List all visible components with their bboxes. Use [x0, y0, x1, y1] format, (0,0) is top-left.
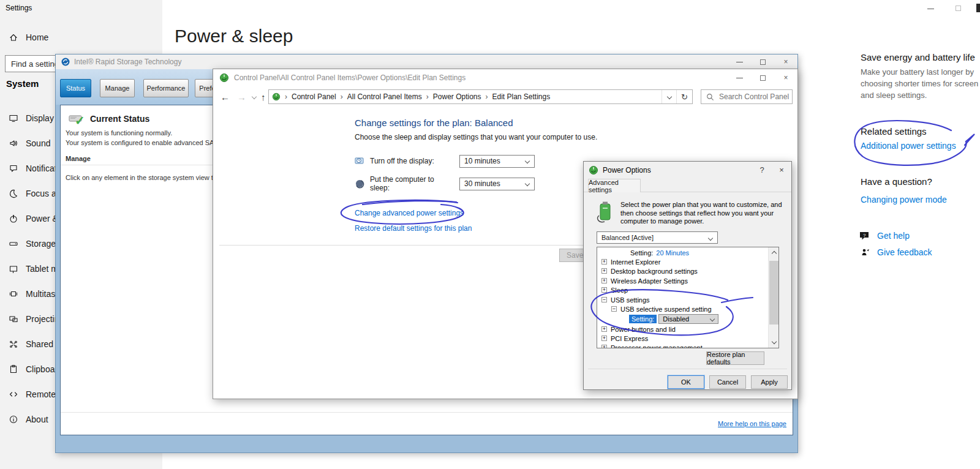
tab-advanced-settings[interactable]: Advanced settings — [588, 179, 641, 192]
power-options-titlebar[interactable]: Power Options ? × — [584, 162, 791, 178]
crumb-all-items[interactable]: All Control Panel Items — [347, 92, 422, 101]
scroll-down-icon[interactable] — [769, 337, 779, 348]
intel-rst-titlebar[interactable]: Intel® Rapid Storage Technology × — [56, 54, 797, 69]
change-advanced-power-settings-link[interactable]: Change advanced power settings — [355, 209, 464, 217]
give-feedback-link[interactable]: Give feedback — [877, 247, 980, 257]
minimize-button[interactable] — [927, 9, 934, 9]
chevron-down-icon — [710, 316, 715, 321]
expand-icon[interactable]: + — [601, 278, 607, 283]
sleep-timeout-label: Put the computer to sleep: — [370, 175, 445, 192]
tree-item[interactable]: +Wireless Adapter Settings — [597, 276, 768, 285]
additional-power-settings-link[interactable]: Additional power settings — [861, 141, 980, 151]
sleep-timeout-select[interactable]: 30 minutes — [459, 178, 535, 190]
tree-setting-row-selected[interactable]: Setting: Disabled — [597, 313, 768, 324]
crumb-control-panel[interactable]: Control Panel — [292, 92, 336, 101]
maximize-button[interactable] — [751, 54, 774, 69]
search-icon — [706, 93, 714, 101]
plan-subheading: Choose the sleep and display settings th… — [355, 133, 597, 141]
expand-icon[interactable]: + — [601, 287, 607, 293]
tree-item[interactable]: +Sleep — [597, 285, 768, 295]
power-options-icon — [589, 165, 598, 175]
maximize-button[interactable] — [751, 69, 774, 86]
divider — [588, 369, 787, 369]
changing-power-mode-link[interactable]: Changing power mode — [861, 195, 980, 204]
search-control-panel-input[interactable]: Search Control Panel — [701, 89, 793, 104]
up-icon[interactable]: ↑ — [261, 92, 266, 102]
tab-performance[interactable]: Performance — [143, 79, 189, 97]
tree-item[interactable]: +PCI Express — [597, 334, 768, 343]
sidebar-item-label: Home — [26, 32, 48, 42]
recent-pages-chevron-icon[interactable] — [252, 94, 257, 99]
sidebar-item-home[interactable]: Home — [0, 27, 162, 48]
display-timeout-row: Turn off the display: 10 minutes — [355, 154, 535, 168]
expand-icon[interactable]: + — [601, 336, 607, 341]
tab-manage[interactable]: Manage — [100, 79, 135, 97]
more-help-link[interactable]: More help on this page — [718, 420, 786, 427]
usb-suspend-select[interactable]: Disabled — [658, 314, 718, 324]
apply-button[interactable]: Apply — [751, 375, 788, 389]
divider — [61, 412, 793, 413]
expand-icon[interactable]: + — [601, 345, 607, 348]
dialog-help-icon[interactable]: ? — [752, 162, 772, 178]
breadcrumb[interactable]: › Control Panel › All Control Panel Item… — [268, 89, 693, 104]
cancel-button[interactable]: Cancel — [709, 375, 746, 389]
find-a-setting-placeholder: Find a setting — [11, 59, 59, 69]
restore-plan-defaults-button[interactable]: Restore plan defaults — [706, 351, 764, 365]
close-button[interactable]: × — [774, 69, 797, 86]
power-icon — [9, 214, 18, 223]
search-placeholder: Search Control Panel — [719, 92, 789, 101]
minimize-button[interactable] — [728, 54, 751, 69]
get-help-icon: ? — [859, 231, 870, 241]
get-help-link[interactable]: Get help — [877, 231, 980, 241]
collapse-icon[interactable]: − — [611, 306, 617, 312]
refresh-icon[interactable]: ↻ — [676, 90, 692, 103]
desktop: Settings Home Find a setting System Disp… — [0, 0, 980, 469]
display-timeout-select[interactable]: 10 minutes — [459, 155, 535, 168]
address-dropdown-chevron-icon[interactable] — [662, 90, 676, 103]
crumb-power-options[interactable]: Power Options — [433, 92, 481, 101]
tab-status[interactable]: Status — [60, 79, 91, 97]
intel-rst-app-icon — [61, 57, 70, 67]
clipboard-icon — [9, 364, 18, 374]
back-icon[interactable]: ← — [221, 92, 230, 102]
chevron-down-icon — [708, 236, 713, 241]
expand-icon[interactable]: + — [601, 268, 607, 274]
close-icon[interactable]: × — [772, 162, 791, 178]
svg-text:✓: ✓ — [75, 114, 85, 126]
scroll-up-icon[interactable] — [769, 247, 779, 258]
tree-item[interactable]: +Processor power management — [597, 343, 768, 348]
tree-item-usb-settings[interactable]: −USB settings — [597, 295, 768, 304]
tree-item[interactable]: +Internet Explorer — [597, 257, 768, 266]
shared-experiences-icon — [9, 339, 18, 349]
collapse-icon[interactable]: − — [601, 297, 607, 302]
tree-item[interactable]: +Desktop background settings — [597, 266, 768, 276]
forward-icon[interactable]: → — [237, 92, 246, 102]
save-energy-heading: Save energy and battery life — [861, 52, 980, 62]
restore-default-settings-link[interactable]: Restore default settings for this plan — [355, 224, 472, 233]
setting-value-link[interactable]: 20 Minutes — [656, 249, 689, 257]
tree-setting-row[interactable]: Setting: 20 Minutes — [597, 248, 768, 257]
power-plan-icon — [594, 201, 616, 224]
tree-item[interactable]: +Power buttons and lid — [597, 325, 768, 334]
settings-window-title: Settings — [6, 4, 32, 12]
scrollbar[interactable] — [768, 247, 778, 348]
crumb-separator: › — [285, 92, 287, 101]
close-button[interactable]: × — [774, 54, 797, 69]
plan-select[interactable]: Balanced [Active] — [597, 231, 718, 244]
control-panel-titlebar[interactable]: Control Panel\All Control Panel Items\Po… — [213, 69, 797, 86]
scroll-thumb[interactable] — [769, 261, 778, 325]
minimize-button[interactable] — [728, 69, 751, 86]
sleep-moon-icon — [355, 179, 364, 189]
focus-assist-icon — [9, 189, 18, 198]
plan-heading: Change settings for the plan: Balanced — [355, 118, 513, 128]
expand-icon[interactable]: + — [601, 326, 607, 332]
maximize-button[interactable] — [956, 6, 961, 11]
crumb-edit-plan[interactable]: Edit Plan Settings — [492, 92, 550, 101]
power-options-app-icon — [219, 73, 229, 83]
expand-icon[interactable]: + — [601, 259, 607, 265]
crumb-separator: › — [426, 92, 429, 101]
ok-button[interactable]: OK — [668, 375, 704, 389]
save-energy-description: Make your battery last longer by choosin… — [861, 66, 980, 101]
about-icon — [9, 415, 18, 424]
tree-item-usb-selective-suspend[interactable]: −USB selective suspend setting — [597, 304, 768, 313]
